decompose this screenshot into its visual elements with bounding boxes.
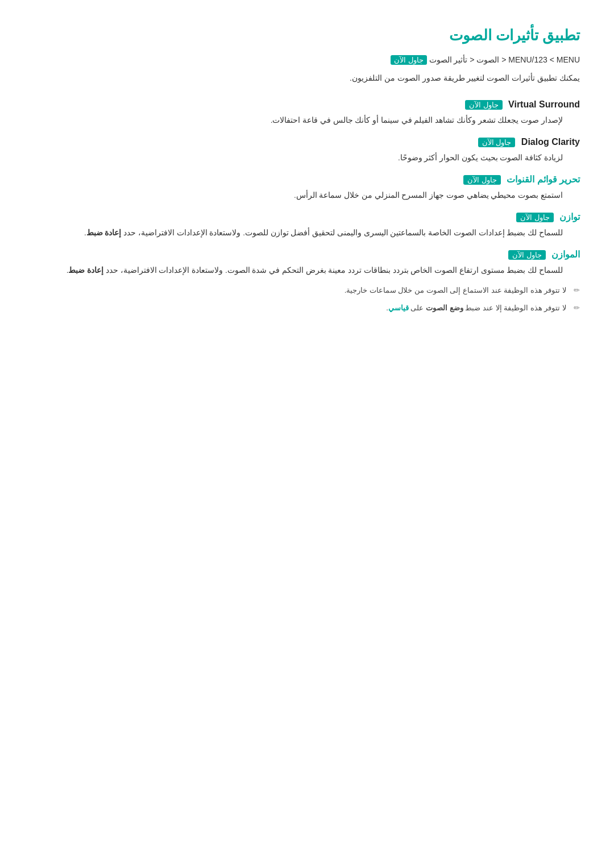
dialog-clarity-badge: جاول الآن [478,138,516,147]
note-standard-label: قياسي [388,304,409,312]
breadcrumb-sound-effects: تأثير الصوت [429,55,468,64]
equalizer-reset-link: إعادة ضبط [68,266,103,275]
channel-editor-title: تحرير قوائم القنوات جاول الآن [34,172,580,187]
equalizer-title: الموازن جاول الآن [34,247,580,262]
breadcrumb-menu: MENU [557,55,580,64]
breadcrumb: MENU/123 < MENU < الصوت < تأثير الصوت جا… [34,53,580,67]
virtual-surround-title: Virtual Surround جاول الآن [34,97,580,112]
list-item-virtual-surround: Virtual Surround جاول الآن لإصدار صوت يج… [34,97,580,127]
note-text-2: لا تتوفر هذه الوظيفة إلا عند ضبط [463,304,566,312]
list-item-channel-editor: تحرير قوائم القنوات جاول الآن استمتع بصو… [34,172,580,202]
breadcrumb-menu123: MENU/123 [508,55,547,64]
virtual-surround-desc: لإصدار صوت يجعلك تشعر وكأنك تشاهد الفيلم… [34,114,563,127]
notes-list: لا تتوفر هذه الوظيفة عند الاستماع إلى ال… [34,284,580,314]
note-item-external-speakers: لا تتوفر هذه الوظيفة عند الاستماع إلى ال… [34,284,580,297]
breadcrumb-sound: الصوت [476,55,499,64]
list-item-dialog-clarity: Dialog Clarity جاول الآن لزيادة كثافة ال… [34,134,580,165]
balance-title: توازن جاول الآن [34,209,580,225]
note-sound-mode-label: وضع الصوت [426,304,463,312]
balance-desc: للسماح لك بضبط إعدادات الصوت الخاصة بالس… [34,227,563,240]
channel-editor-label: تحرير قوائم القنوات [507,175,580,184]
sections-list: Virtual Surround جاول الآن لإصدار صوت يج… [34,97,580,278]
balance-reset-link: إعادة ضبط [86,229,122,237]
dialog-clarity-title: Dialog Clarity جاول الآن [34,134,580,149]
balance-badge: جاول الآن [516,213,554,222]
list-item-equalizer: الموازن جاول الآن للسماح لك بضبط مستوى ا… [34,247,580,277]
note-text-1: لا تتوفر هذه الوظيفة عند الاستماع إلى ال… [345,286,566,294]
dialog-clarity-label: Dialog Clarity [521,137,580,147]
equalizer-desc: للسماح لك بضبط مستوى ارتفاع الصوت الخاص … [34,264,563,277]
balance-label: توازن [559,212,580,222]
channel-editor-desc: استمتع بصوت محيطي يضاهي صوت جهاز المسرح … [34,189,563,202]
note-text-3: على [409,304,426,312]
note-item-sound-mode: لا تتوفر هذه الوظيفة إلا عند ضبط وضع الص… [34,302,580,314]
dialog-clarity-desc: لزيادة كثافة الصوت بحيث يكون الحوار أكثر… [34,152,563,165]
list-item-balance: توازن جاول الآن للسماح لك بضبط إعدادات ا… [34,209,580,240]
channel-editor-badge: جاول الآن [463,175,501,185]
intro-text: يمكنك تطبيق تأثيرات الصوت لتغيير طريقة ص… [34,72,580,85]
page-title: تطبيق تأثيرات الصوت [34,23,580,48]
breadcrumb-now-badge: جاول الآن [391,55,427,65]
virtual-surround-badge: جاول الآن [465,100,503,110]
virtual-surround-label: Virtual Surround [508,99,580,109]
equalizer-badge: جاول الآن [508,250,546,260]
equalizer-label: الموازن [551,250,580,259]
